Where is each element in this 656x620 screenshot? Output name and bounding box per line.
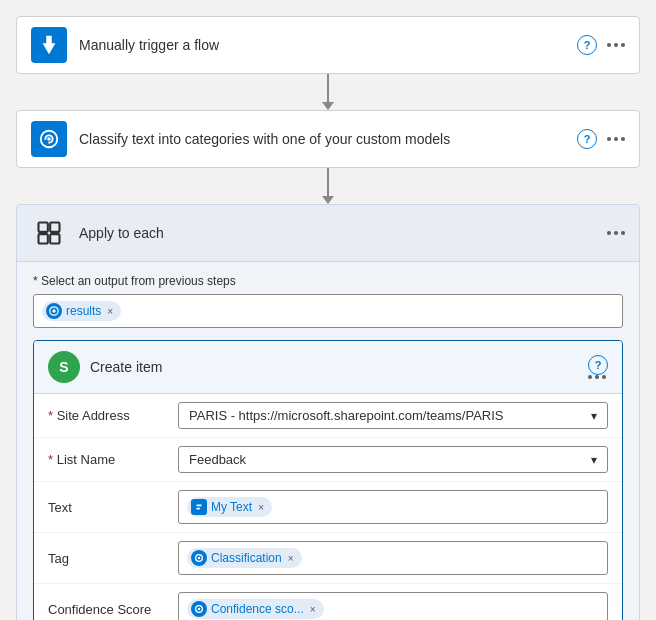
arrow-head-1 [322,102,334,110]
dot3 [621,43,625,47]
text-chip-field[interactable]: My Text × [178,490,608,524]
create-item-title: Create item [90,359,588,375]
text-label: Text [48,500,178,515]
classify-icon [31,121,67,157]
create-item-help-button[interactable]: ? [588,355,608,375]
classify-help-button[interactable]: ? [577,129,597,149]
svg-point-1 [47,137,51,141]
trigger-title: Manually trigger a flow [79,37,577,53]
tag-label: Tag [48,551,178,566]
apply-each-container: Apply to each * Select an output from pr… [16,204,640,620]
confidence-chip-label: Confidence sco... [211,602,304,616]
tag-row: Tag Classification × [34,533,622,584]
create-item-header: S Create item ? [34,341,622,394]
create-item-actions: ? [588,355,608,379]
classify-step-card: Classify text into categories with one o… [16,110,640,168]
apply-each-header: Apply to each [17,205,639,262]
apply-each-menu-button[interactable] [607,231,625,235]
create-item-card: S Create item ? * Sit [33,340,623,620]
classification-chip: Classification × [187,548,302,568]
arrow-2 [322,168,334,204]
dot8 [614,231,618,235]
svg-rect-4 [39,234,48,243]
tag-value: Classification × [178,541,608,575]
mytext-chip-icon [191,499,207,515]
mytext-chip-label: My Text [211,500,252,514]
confidence-chip-field[interactable]: Confidence sco... × [178,592,608,620]
dot7 [607,231,611,235]
trigger-step-card: Manually trigger a flow ? [16,16,640,74]
dot12 [602,375,606,379]
loop-icon [31,215,67,251]
dot10 [588,375,592,379]
arrow-line-1 [327,74,329,102]
list-name-text: Feedback [189,452,246,467]
dot1 [607,43,611,47]
mytext-chip-close[interactable]: × [258,502,264,513]
mytext-chip: My Text × [187,497,272,517]
site-address-text: PARIS - https://microsoft.sharepoint.com… [189,408,504,423]
classification-chip-close[interactable]: × [288,553,294,564]
site-address-dropdown[interactable]: PARIS - https://microsoft.sharepoint.com… [178,402,608,429]
trigger-icon [31,27,67,63]
classification-chip-label: Classification [211,551,282,565]
dot6 [621,137,625,141]
create-item-menu-button[interactable] [588,375,608,379]
svg-rect-2 [39,223,48,232]
list-name-row: * List Name Feedback ▾ [34,438,622,482]
confidence-chip-icon [191,601,207,617]
confidence-score-value: Confidence sco... × [178,592,608,620]
list-name-label: * List Name [48,452,178,467]
site-address-row: * Site Address PARIS - https://microsoft… [34,394,622,438]
list-name-value: Feedback ▾ [178,446,608,473]
confidence-score-row: Confidence Score Confidence sco... × [34,584,622,620]
confidence-chip-close[interactable]: × [310,604,316,615]
apply-each-title: Apply to each [79,225,607,241]
flow-container: Manually trigger a flow ? Classify text … [16,16,640,620]
confidence-score-label: Confidence Score [48,602,178,617]
site-address-label: * Site Address [48,408,178,423]
classify-title: Classify text into categories with one o… [79,131,577,147]
classification-chip-icon [191,550,207,566]
trigger-actions: ? [577,35,625,55]
classify-actions: ? [577,129,625,149]
list-name-dropdown[interactable]: Feedback ▾ [178,446,608,473]
svg-rect-3 [50,223,59,232]
dot4 [607,137,611,141]
arrow-1 [322,74,334,110]
trigger-menu-button[interactable] [607,43,625,47]
svg-point-7 [52,309,55,312]
dot11 [595,375,599,379]
tag-chip-field[interactable]: Classification × [178,541,608,575]
output-input-box[interactable]: results × [33,294,623,328]
trigger-help-button[interactable]: ? [577,35,597,55]
svg-point-9 [198,557,201,560]
results-chip: results × [42,301,121,321]
classify-menu-button[interactable] [607,137,625,141]
arrow-head-2 [322,196,334,204]
results-chip-icon [46,303,62,319]
dot5 [614,137,618,141]
confidence-chip: Confidence sco... × [187,599,324,619]
svg-rect-5 [50,234,59,243]
dot2 [614,43,618,47]
site-address-arrow: ▾ [591,409,597,423]
text-row: Text My Text × [34,482,622,533]
results-chip-label: results [66,304,101,318]
dot9 [621,231,625,235]
create-item-avatar: S [48,351,80,383]
list-name-arrow: ▾ [591,453,597,467]
svg-point-11 [198,608,201,611]
text-value: My Text × [178,490,608,524]
arrow-line-2 [327,168,329,196]
apply-each-body: * Select an output from previous steps r… [17,262,639,620]
create-item-body: * Site Address PARIS - https://microsoft… [34,394,622,620]
select-output-label: * Select an output from previous steps [33,274,623,288]
site-address-value: PARIS - https://microsoft.sharepoint.com… [178,402,608,429]
results-chip-close[interactable]: × [107,306,113,317]
